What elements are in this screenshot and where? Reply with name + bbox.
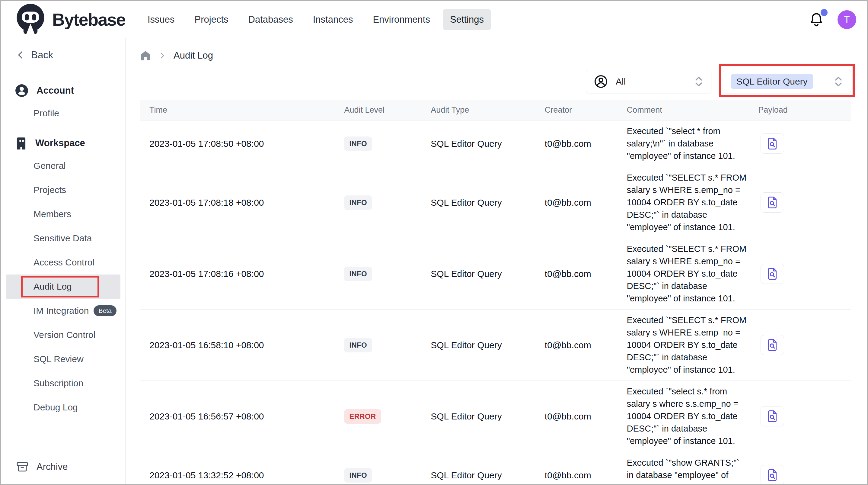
table-row: 2023-01-05 17:08:50 +08:00 INFO SQL Edit… xyxy=(140,120,851,167)
column-header-payload: Payload xyxy=(756,105,851,115)
user-circle-outline-icon xyxy=(594,75,608,88)
breadcrumb: Audit Log xyxy=(140,48,851,63)
audit-level-badge: INFO xyxy=(344,137,372,151)
document-search-icon xyxy=(767,469,777,481)
audit-log-table: Time Audit Level Audit Type Creator Comm… xyxy=(140,100,851,484)
audit-type-filter-select[interactable]: SQL Editor Query xyxy=(723,70,851,93)
cell-creator: t0@bb.com xyxy=(545,269,627,279)
column-header-creator: Creator xyxy=(545,105,627,115)
cell-audit-type: SQL Editor Query xyxy=(431,269,545,279)
nav-databases[interactable]: Databases xyxy=(241,9,300,30)
cell-creator: t0@bb.com xyxy=(545,139,627,149)
payload-view-button[interactable] xyxy=(761,465,784,484)
cell-comment: Executed `"show GRANTS;"` in database "e… xyxy=(627,457,756,484)
home-icon[interactable] xyxy=(140,50,151,61)
top-navigation-bar: Bytebase Issues Projects Databases Insta… xyxy=(1,1,867,38)
document-search-icon xyxy=(767,410,777,422)
cell-comment: Executed `"SELECT s.* FROM salary s WHER… xyxy=(627,243,756,305)
audit-table-body: 2023-01-05 17:08:50 +08:00 INFO SQL Edit… xyxy=(140,120,851,484)
column-header-comment: Comment xyxy=(627,105,756,115)
main-nav: Issues Projects Databases Instances Envi… xyxy=(140,9,491,30)
section-workspace: Workspace xyxy=(15,136,125,150)
archive-label: Archive xyxy=(36,461,68,472)
cell-audit-type: SQL Editor Query xyxy=(431,470,545,481)
payload-view-button[interactable] xyxy=(761,264,784,284)
audit-level-badge: INFO xyxy=(344,468,372,483)
archive-icon xyxy=(16,460,29,473)
table-row: 2023-01-05 13:32:52 +08:00 INFO SQL Edit… xyxy=(140,452,851,484)
table-row: 2023-01-05 17:08:16 +08:00 INFO SQL Edit… xyxy=(140,238,851,310)
chevron-left-icon xyxy=(16,51,25,59)
table-header-row: Time Audit Level Audit Type Creator Comm… xyxy=(140,100,851,120)
audit-level-badge: INFO xyxy=(344,338,372,352)
sidebar-item-audit-log[interactable]: Audit Log xyxy=(6,275,120,299)
nav-projects[interactable]: Projects xyxy=(187,9,236,30)
cell-time: 2023-01-05 17:08:18 +08:00 xyxy=(140,198,344,208)
cell-comment: Executed `"select s.* from salary s wher… xyxy=(627,386,756,447)
sidebar-item-access-control[interactable]: Access Control xyxy=(6,250,120,275)
type-filter-wrap: SQL Editor Query xyxy=(723,70,851,93)
sidebar-item-projects[interactable]: Projects xyxy=(6,178,120,202)
avatar[interactable]: T xyxy=(838,10,856,29)
audit-level-badge: INFO xyxy=(344,267,372,281)
creator-filter-select[interactable]: All xyxy=(586,70,711,93)
sidebar-item-general[interactable]: General xyxy=(6,154,120,178)
sidebar-item-members[interactable]: Members xyxy=(6,202,120,226)
payload-view-button[interactable] xyxy=(761,192,784,212)
nav-issues[interactable]: Issues xyxy=(140,9,182,30)
chevron-updown-icon xyxy=(834,76,843,87)
sidebar-item-sql-review[interactable]: SQL Review xyxy=(6,347,120,371)
cell-audit-type: SQL Editor Query xyxy=(431,411,545,422)
sidebar-item-archive[interactable]: Archive xyxy=(16,460,125,473)
cell-creator: t0@bb.com xyxy=(545,470,627,481)
app-window: Bytebase Issues Projects Databases Insta… xyxy=(0,0,868,485)
document-search-icon xyxy=(767,268,777,280)
back-label: Back xyxy=(31,49,53,61)
cell-audit-level: ERROR xyxy=(344,409,431,424)
topbar-right: T xyxy=(809,10,856,29)
chevron-updown-icon xyxy=(694,76,703,87)
table-row: 2023-01-05 17:08:18 +08:00 INFO SQL Edit… xyxy=(140,167,851,238)
payload-view-button[interactable] xyxy=(761,134,784,154)
document-search-icon xyxy=(767,197,777,208)
brand-name: Bytebase xyxy=(52,9,125,30)
table-row: 2023-01-05 16:58:10 +08:00 INFO SQL Edit… xyxy=(140,310,851,381)
beta-badge: Beta xyxy=(94,305,116,316)
sidebar-item-subscription[interactable]: Subscription xyxy=(6,371,120,395)
settings-sidebar: Back Account Profile xyxy=(1,38,126,484)
sidebar-item-version-control[interactable]: Version Control xyxy=(6,323,120,347)
notification-bell-icon[interactable] xyxy=(809,12,824,27)
page-layout: Back Account Profile xyxy=(1,38,867,484)
sidebar-item-label: IM Integration xyxy=(33,306,89,316)
payload-view-button[interactable] xyxy=(761,335,784,355)
column-header-audit-type: Audit Type xyxy=(431,105,545,115)
document-search-icon xyxy=(767,138,777,149)
cell-audit-level: INFO xyxy=(344,338,431,352)
sidebar-item-debug-log[interactable]: Debug Log xyxy=(6,395,120,420)
nav-settings[interactable]: Settings xyxy=(443,9,491,30)
payload-view-button[interactable] xyxy=(761,406,784,426)
back-button[interactable]: Back xyxy=(16,49,125,61)
sidebar-item-profile[interactable]: Profile xyxy=(6,101,120,125)
section-account: Account xyxy=(15,84,125,97)
cell-payload xyxy=(756,192,851,212)
cell-time: 2023-01-05 13:32:52 +08:00 xyxy=(140,470,344,481)
cell-time: 2023-01-05 16:56:57 +08:00 xyxy=(140,411,344,422)
bytebase-logo[interactable]: Bytebase xyxy=(16,4,125,36)
nav-environments[interactable]: Environments xyxy=(366,9,437,30)
cell-creator: t0@bb.com xyxy=(545,198,627,208)
cell-audit-level: INFO xyxy=(344,137,431,151)
sidebar-item-sensitive-data[interactable]: Sensitive Data xyxy=(6,226,120,250)
building-icon xyxy=(15,136,28,150)
chevron-right-icon xyxy=(158,52,166,59)
sidebar-item-im-integration[interactable]: IM Integration Beta xyxy=(6,299,120,323)
nav-instances[interactable]: Instances xyxy=(306,9,360,30)
audit-level-badge: ERROR xyxy=(344,409,381,424)
cell-audit-type: SQL Editor Query xyxy=(431,139,545,149)
column-header-audit-level: Audit Level xyxy=(344,105,431,115)
table-row: 2023-01-05 16:56:57 +08:00 ERROR SQL Edi… xyxy=(140,381,851,452)
cell-comment: Executed `"SELECT s.* FROM salary s WHER… xyxy=(627,172,756,233)
column-header-time: Time xyxy=(140,105,344,115)
cell-payload xyxy=(756,264,851,284)
cell-payload xyxy=(756,335,851,355)
